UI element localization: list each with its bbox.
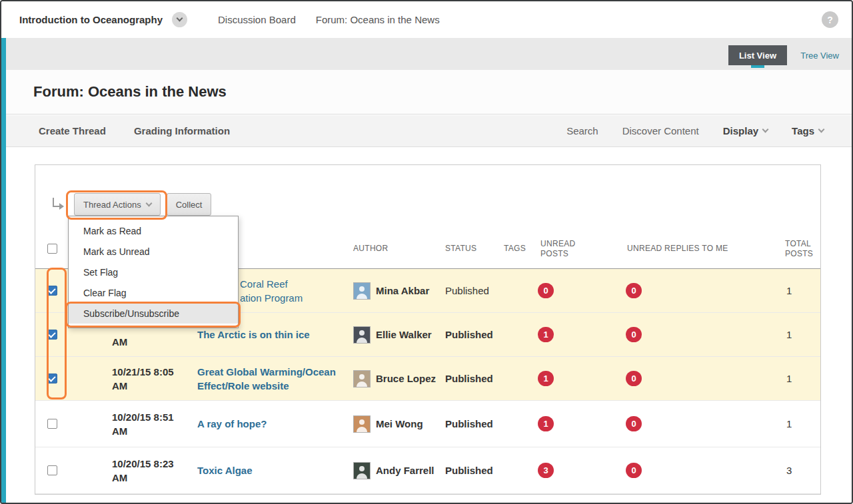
total-posts-value: 1 xyxy=(745,373,820,384)
unread-posts-badge[interactable]: 1 xyxy=(538,327,554,342)
menu-item-subscribe-unsubscribe[interactable]: Subscribe/Unsubscribe xyxy=(69,303,238,324)
course-menu-button[interactable] xyxy=(172,12,187,27)
table-row: 10/20/15 8:23 AM Toxic Algae Andy Farrel… xyxy=(35,447,820,494)
tab-list-view[interactable]: List View xyxy=(728,45,787,65)
action-bar-left: Create Thread Grading Information xyxy=(39,125,230,136)
menu-item-set-flag[interactable]: Set Flag xyxy=(69,262,238,282)
avatar xyxy=(353,415,371,433)
unread-replies-badge[interactable]: 0 xyxy=(626,283,642,298)
display-label: Display xyxy=(723,125,758,136)
author-cell: Andy Farrell xyxy=(349,462,440,479)
total-posts-value: 3 xyxy=(745,465,820,476)
row-checkbox[interactable] xyxy=(47,465,57,475)
chevron-down-icon xyxy=(177,15,183,22)
thread-date: 10/20/15 8:23 AM xyxy=(69,457,189,485)
thread-actions-label: Thread Actions xyxy=(83,200,141,210)
avatar xyxy=(353,370,371,387)
total-posts-value: 1 xyxy=(745,418,820,429)
course-title: Introduction to Oceanography xyxy=(19,14,163,25)
thread-link[interactable]: Coral Reef ation Program xyxy=(240,277,303,305)
status-text: Published xyxy=(440,285,498,296)
left-accent-stripe xyxy=(1,38,6,503)
thread-link[interactable]: Great Global Warming/Ocean Effect/Role w… xyxy=(197,365,349,393)
author-column-header: AUTHOR xyxy=(349,244,440,254)
tags-menu-button[interactable]: Tags xyxy=(792,125,824,136)
author-name: Ellie Walker xyxy=(376,328,432,342)
table-row: 10/21/15 8:05 AM Great Global Warming/Oc… xyxy=(35,357,820,401)
display-menu-button[interactable]: Display xyxy=(723,125,768,136)
breadcrumb-discussion-board[interactable]: Discussion Board xyxy=(218,14,296,25)
unread-posts-badge[interactable]: 1 xyxy=(538,371,554,386)
thread-date: 10/21/15 8:05 AM xyxy=(69,365,189,393)
collect-button[interactable]: Collect xyxy=(167,193,212,216)
active-tab-caret xyxy=(751,65,764,68)
create-thread-button[interactable]: Create Thread xyxy=(39,125,106,136)
author-name: Mina Akbar xyxy=(376,284,429,298)
avatar xyxy=(353,326,371,344)
menu-item-clear-flag[interactable]: Clear Flag xyxy=(69,282,238,303)
action-bar-right: Search Discover Content Display Tags xyxy=(566,125,824,136)
menu-item-mark-as-unread[interactable]: Mark as Unread xyxy=(69,241,238,262)
search-button[interactable]: Search xyxy=(566,125,598,136)
author-cell: Mei Wong xyxy=(349,415,440,433)
page-title: Forum: Oceans in the News xyxy=(33,83,227,101)
thread-toolbar: Thread Actions Collect xyxy=(35,165,820,216)
chevron-down-icon xyxy=(762,126,769,133)
author-name: Bruce Lopez xyxy=(376,372,436,385)
table-row: 10/20/15 8:51 AM A ray of hope? Mei Wong… xyxy=(35,401,820,447)
unread-replies-badge[interactable]: 0 xyxy=(626,463,642,478)
unread-replies-column-header: UNREAD REPLIES TO ME xyxy=(622,244,745,254)
collect-label: Collect xyxy=(176,200,203,210)
row-checkbox[interactable] xyxy=(47,419,57,429)
author-cell: Bruce Lopez xyxy=(349,370,440,387)
total-posts-value: 1 xyxy=(745,285,820,296)
unread-posts-badge[interactable]: 1 xyxy=(538,416,554,431)
top-bar: Introduction to Oceanography Discussion … xyxy=(1,1,852,38)
author-cell: Mina Akbar xyxy=(349,282,440,300)
total-posts-column-header: TOTAL POSTS xyxy=(745,239,820,259)
title-area: Forum: Oceans in the News xyxy=(6,70,852,115)
tags-column-header: TAGS xyxy=(498,244,535,254)
menu-item-mark-as-read[interactable]: Mark as Read xyxy=(69,220,238,241)
tags-label: Tags xyxy=(792,125,814,136)
screen: Introduction to Oceanography Discussion … xyxy=(0,0,853,504)
select-all-checkbox[interactable] xyxy=(47,244,57,254)
unread-posts-badge[interactable]: 0 xyxy=(538,283,554,298)
thread-link[interactable]: A ray of hope? xyxy=(197,417,267,431)
status-text: Published xyxy=(440,465,498,476)
unread-replies-badge[interactable]: 0 xyxy=(626,371,642,386)
invert-selection-arrow-icon[interactable] xyxy=(50,196,66,213)
thread-link[interactable]: Toxic Algae xyxy=(197,463,253,477)
thread-actions-button[interactable]: Thread Actions xyxy=(74,193,161,216)
avatar xyxy=(353,282,371,300)
status-column-header: STATUS xyxy=(440,244,498,254)
status-text: Published xyxy=(440,329,498,340)
author-name: Andy Farrell xyxy=(376,464,434,477)
thread-date: 10/20/15 8:51 AM xyxy=(69,410,189,438)
row-checkbox[interactable] xyxy=(47,374,57,383)
unread-replies-badge[interactable]: 0 xyxy=(626,327,642,342)
grading-information-button[interactable]: Grading Information xyxy=(134,125,230,136)
row-checkbox[interactable] xyxy=(47,330,57,340)
unread-replies-badge[interactable]: 0 xyxy=(626,416,642,431)
view-tab-band: List View Tree View xyxy=(6,38,852,70)
thread-actions-menu: Mark as Read Mark as Unread Set Flag Cle… xyxy=(68,216,239,328)
author-name: Mei Wong xyxy=(376,417,423,431)
total-posts-value: 1 xyxy=(745,329,820,340)
list-view-label: List View xyxy=(739,51,776,61)
unread-posts-column-header: UNREAD POSTS xyxy=(535,239,622,259)
row-checkbox[interactable] xyxy=(47,286,57,296)
chevron-down-icon xyxy=(145,200,152,206)
author-cell: Ellie Walker xyxy=(349,326,440,344)
chevron-down-icon xyxy=(818,126,825,133)
action-bar: Create Thread Grading Information Search… xyxy=(6,115,852,147)
thread-link[interactable]: The Arctic is on thin ice xyxy=(197,328,310,342)
tab-tree-view[interactable]: Tree View xyxy=(800,51,839,61)
discover-content-button[interactable]: Discover Content xyxy=(622,125,699,136)
help-button[interactable]: ? xyxy=(822,11,838,28)
unread-posts-badge[interactable]: 3 xyxy=(538,463,554,478)
status-text: Published xyxy=(440,373,498,384)
avatar xyxy=(353,462,371,479)
breadcrumb-forum: Forum: Oceans in the News xyxy=(316,14,440,25)
thread-list-panel: Thread Actions Collect AUTHOR STATUS TAG… xyxy=(35,164,821,495)
